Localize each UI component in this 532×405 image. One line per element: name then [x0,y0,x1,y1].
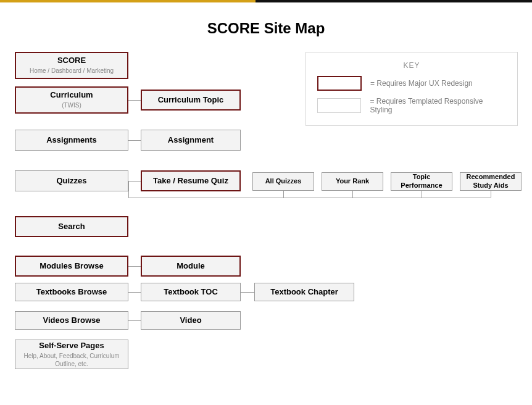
node-search-label: Search [58,222,85,232]
node-all-quizzes-label: All Quizzes [265,177,302,186]
node-textbooks-browse: Textbooks Browse [15,283,128,301]
conn-curriculum [128,100,141,101]
node-textbook-toc: Textbook TOC [141,283,241,301]
legend-desc-red: = Requires Major UX Redesign [370,79,473,88]
node-curriculum-label: Curriculum [50,90,93,100]
node-score: SCORE Home / Dashboard / Marketing [15,52,128,79]
conn-videos [128,320,141,321]
node-quizzes: Quizzes [15,170,128,191]
node-videos-browse: Videos Browse [15,311,128,330]
node-recommended-study-aids: Recommended Study Aids [460,172,522,191]
legend-swatch-grey [317,98,361,113]
node-score-sub: Home / Dashboard / Marketing [30,67,114,75]
node-self-serve-label: Self-Serve Pages [39,341,104,351]
node-recommended-study-aids-label: Recommended Study Aids [464,173,517,190]
node-your-rank: Your Rank [322,172,383,191]
node-video: Video [141,311,241,330]
node-textbook-chapter-label: Textbook Chapter [270,287,338,297]
node-curriculum-topic: Curriculum Topic [141,90,241,111]
node-search: Search [15,216,128,237]
node-topic-performance: Topic Performance [391,172,452,191]
conn-quizzes-take [128,181,141,182]
conn-quizzes-bus [128,198,491,198]
legend-title: KEY [317,61,506,70]
node-curriculum-topic-label: Curriculum Topic [158,95,224,105]
node-module: Module [141,256,241,277]
diagram-canvas: KEY = Requires Major UX Redesign = Requi… [0,48,532,405]
node-video-label: Video [180,315,201,325]
conn-modules [128,266,141,267]
legend-desc-grey: = Requires Templated Responsive Styling [370,97,506,114]
conn-assignments [128,140,141,141]
node-your-rank-label: Your Rank [336,177,369,186]
node-assignments: Assignments [15,130,128,151]
conn-quizzes-drop-topic [422,191,422,198]
top-strip [0,0,532,2]
node-score-label: SCORE [57,56,86,65]
conn-textbooks-1 [128,292,141,293]
legend-swatch-red [317,76,362,91]
node-module-label: Module [177,261,205,271]
node-textbooks-browse-label: Textbooks Browse [36,287,107,297]
legend-row-red: = Requires Major UX Redesign [317,76,506,91]
node-curriculum: Curriculum (TWIS) [15,86,128,114]
node-all-quizzes: All Quizzes [252,172,314,191]
node-curriculum-sub: (TWIS) [62,102,81,110]
conn-quizzes-drop-all [283,191,284,198]
node-assignment: Assignment [141,130,241,151]
node-take-resume-quiz-label: Take / Resume Quiz [153,176,228,186]
legend-row-grey: = Requires Templated Responsive Styling [317,97,506,114]
node-videos-browse-label: Videos Browse [43,315,101,325]
conn-textbooks-2 [241,292,254,293]
node-self-serve: Self-Serve Pages Help, About, Feedback, … [15,340,128,369]
node-assignments-label: Assignments [46,135,97,145]
node-modules-browse-label: Modules Browse [39,261,103,271]
legend-box: KEY = Requires Major UX Redesign = Requi… [305,52,518,126]
page-title: SCORE Site Map [0,20,532,37]
conn-quizzes-drop-rank [352,191,353,198]
conn-quizzes-drop-rec [491,191,491,198]
node-quizzes-label: Quizzes [56,176,86,186]
node-self-serve-sub: Help, About, Feedback, Curriculum Outlin… [19,353,124,368]
node-textbook-toc-label: Textbook TOC [164,287,218,297]
node-topic-performance-label: Topic Performance [395,173,448,190]
node-textbook-chapter: Textbook Chapter [254,283,354,301]
conn-quizzes-drop-main [128,181,129,198]
node-take-resume-quiz: Take / Resume Quiz [141,170,241,191]
node-modules-browse: Modules Browse [15,256,128,277]
node-assignment-label: Assignment [168,135,214,145]
